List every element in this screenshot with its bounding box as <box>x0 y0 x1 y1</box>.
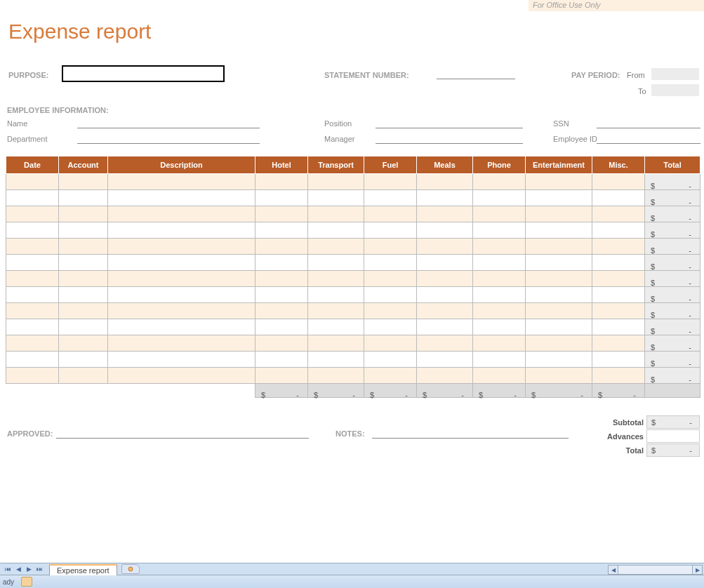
cell-account[interactable] <box>59 222 108 239</box>
department-input[interactable] <box>77 143 260 144</box>
cell-account[interactable] <box>59 174 108 190</box>
prev-tab-button[interactable]: ◀ <box>13 564 24 574</box>
cell-meals[interactable] <box>417 352 473 368</box>
cell-misc[interactable] <box>592 239 645 255</box>
cell-misc[interactable] <box>592 335 645 352</box>
cell-hotel[interactable] <box>255 335 308 352</box>
cell-phone[interactable] <box>473 239 526 255</box>
cell-meals[interactable] <box>417 271 473 287</box>
cell-transport[interactable] <box>308 335 364 352</box>
cell-transport[interactable] <box>308 319 364 335</box>
cell-misc[interactable] <box>592 174 645 190</box>
cell-hotel[interactable] <box>255 174 308 190</box>
cell-transport[interactable] <box>308 239 364 255</box>
cell-fuel[interactable] <box>364 287 417 303</box>
cell-transport[interactable] <box>308 368 364 384</box>
cell-description[interactable] <box>108 190 255 206</box>
cell-meals[interactable] <box>417 190 473 206</box>
new-sheet-button[interactable] <box>121 564 140 574</box>
cell-date[interactable] <box>6 239 59 255</box>
cell-entertainment[interactable] <box>526 287 592 303</box>
cell-date[interactable] <box>6 222 59 239</box>
cell-date[interactable] <box>6 190 59 206</box>
last-tab-button[interactable]: ⏭ <box>34 564 45 574</box>
cell-date[interactable] <box>6 206 59 222</box>
advances-input[interactable] <box>646 429 700 443</box>
cell-account[interactable] <box>59 368 108 384</box>
cell-description[interactable] <box>108 303 255 319</box>
cell-transport[interactable] <box>308 206 364 222</box>
cell-account[interactable] <box>59 352 108 368</box>
cell-description[interactable] <box>108 352 255 368</box>
cell-misc[interactable] <box>592 190 645 206</box>
cell-fuel[interactable] <box>364 174 417 190</box>
cell-fuel[interactable] <box>364 303 417 319</box>
cell-description[interactable] <box>108 255 255 271</box>
cell-description[interactable] <box>108 271 255 287</box>
cell-account[interactable] <box>59 271 108 287</box>
cell-hotel[interactable] <box>255 190 308 206</box>
cell-entertainment[interactable] <box>526 319 592 335</box>
cell-hotel[interactable] <box>255 319 308 335</box>
cell-fuel[interactable] <box>364 222 417 239</box>
cell-date[interactable] <box>6 287 59 303</box>
cell-hotel[interactable] <box>255 303 308 319</box>
cell-misc[interactable] <box>592 255 645 271</box>
cell-entertainment[interactable] <box>526 206 592 222</box>
cell-phone[interactable] <box>473 352 526 368</box>
cell-transport[interactable] <box>308 222 364 239</box>
cell-entertainment[interactable] <box>526 335 592 352</box>
cell-account[interactable] <box>59 255 108 271</box>
cell-meals[interactable] <box>417 319 473 335</box>
macro-record-icon[interactable] <box>21 577 32 587</box>
cell-phone[interactable] <box>473 206 526 222</box>
cell-phone[interactable] <box>473 255 526 271</box>
cell-hotel[interactable] <box>255 287 308 303</box>
sheet-tab-expense-report[interactable]: Expense report <box>49 564 117 575</box>
cell-account[interactable] <box>59 335 108 352</box>
cell-transport[interactable] <box>308 303 364 319</box>
cell-date[interactable] <box>6 352 59 368</box>
cell-entertainment[interactable] <box>526 255 592 271</box>
cell-date[interactable] <box>6 319 59 335</box>
cell-date[interactable] <box>6 255 59 271</box>
cell-misc[interactable] <box>592 368 645 384</box>
cell-hotel[interactable] <box>255 352 308 368</box>
cell-misc[interactable] <box>592 206 645 222</box>
cell-meals[interactable] <box>417 287 473 303</box>
employee-id-input[interactable] <box>597 143 700 144</box>
cell-transport[interactable] <box>308 287 364 303</box>
cell-hotel[interactable] <box>255 271 308 287</box>
cell-phone[interactable] <box>473 335 526 352</box>
position-input[interactable] <box>376 128 523 128</box>
notes-input[interactable] <box>372 438 569 439</box>
cell-meals[interactable] <box>417 335 473 352</box>
cell-fuel[interactable] <box>364 319 417 335</box>
cell-date[interactable] <box>6 271 59 287</box>
cell-phone[interactable] <box>473 271 526 287</box>
cell-account[interactable] <box>59 287 108 303</box>
cell-misc[interactable] <box>592 319 645 335</box>
cell-fuel[interactable] <box>364 271 417 287</box>
cell-entertainment[interactable] <box>526 190 592 206</box>
cell-misc[interactable] <box>592 287 645 303</box>
manager-input[interactable] <box>376 143 523 144</box>
horizontal-scrollbar[interactable]: ◀ ▶ <box>608 565 703 575</box>
cell-account[interactable] <box>59 190 108 206</box>
cell-hotel[interactable] <box>255 239 308 255</box>
cell-fuel[interactable] <box>364 255 417 271</box>
from-date-input[interactable] <box>651 68 699 80</box>
cell-entertainment[interactable] <box>526 222 592 239</box>
approved-input[interactable] <box>56 438 309 439</box>
cell-account[interactable] <box>59 303 108 319</box>
to-date-input[interactable] <box>651 84 699 96</box>
cell-phone[interactable] <box>473 174 526 190</box>
cell-fuel[interactable] <box>364 239 417 255</box>
scroll-right-button[interactable]: ▶ <box>692 566 702 574</box>
cell-fuel[interactable] <box>364 206 417 222</box>
cell-phone[interactable] <box>473 190 526 206</box>
statement-number-input[interactable] <box>437 79 515 79</box>
cell-entertainment[interactable] <box>526 303 592 319</box>
cell-fuel[interactable] <box>364 352 417 368</box>
purpose-input[interactable] <box>62 65 225 82</box>
